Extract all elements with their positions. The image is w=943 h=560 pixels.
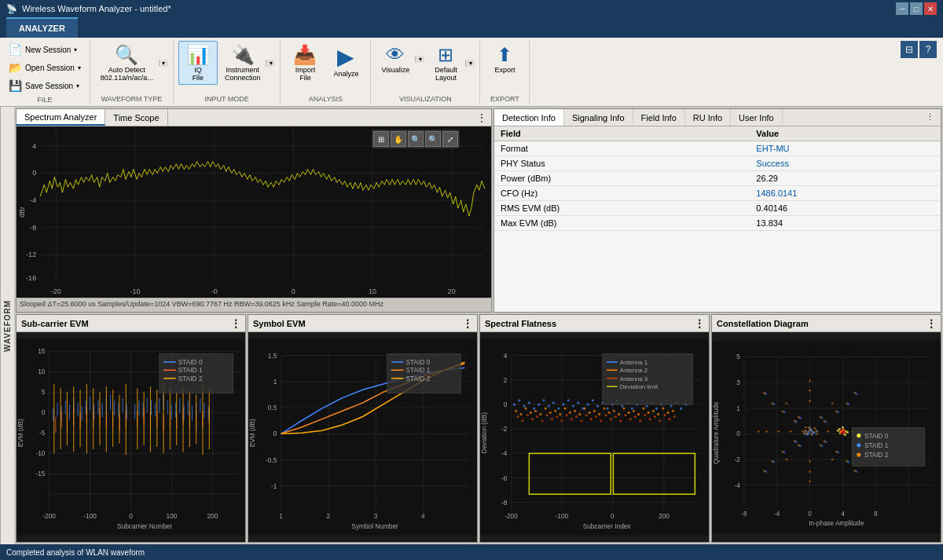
svg-point-284: [580, 419, 582, 422]
ru-info-tab[interactable]: RU Info: [685, 109, 731, 126]
zoom-in-button[interactable]: 🔍: [408, 131, 424, 147]
visualize-icon: 👁: [386, 44, 405, 66]
svg-text:-6: -6: [501, 474, 508, 482]
spectrum-panel-header: Spectrum Analyzer Time Scope ⋮: [17, 109, 491, 126]
export-button[interactable]: ⬆ Export: [485, 41, 524, 77]
svg-text:STAID 0: STAID 0: [406, 358, 431, 366]
default-layout-button[interactable]: ⊞ DefaultLayout: [426, 41, 465, 85]
value-cell: Success: [750, 156, 941, 171]
svg-point-273: [527, 414, 529, 416]
constellation-content: 5 3 1 0 -2 -4 -8 -4 0 4 8 In-ph: [712, 332, 941, 542]
spectral-flatness-panel: Spectral Flatness ⋮: [479, 314, 710, 543]
import-file-button[interactable]: 📥 ImportFile: [285, 41, 325, 85]
svg-point-356: [816, 433, 818, 434]
svg-point-246: [554, 410, 556, 412]
constellation-more[interactable]: ⋮: [926, 318, 936, 329]
subcarrier-evm-header: Sub-carrier EVM ⋮: [17, 315, 245, 332]
instrument-connection-button[interactable]: 🔌 InstrumentConnection: [219, 41, 266, 85]
spectrum-analyzer-tab[interactable]: Spectrum Analyzer: [17, 109, 105, 126]
time-scope-tab[interactable]: Time Scope: [105, 109, 167, 126]
analyze-icon: ▶: [337, 44, 354, 70]
svg-point-217: [587, 403, 589, 405]
spectral-flatness-more[interactable]: ⋮: [695, 318, 704, 329]
symbol-evm-content: 1.5 1 0.5 0 -0.5 -1 1 2 3 4 Symbol Numbe…: [248, 332, 477, 542]
instrument-dropdown[interactable]: ▾: [266, 60, 275, 67]
svg-point-251: [578, 413, 581, 415]
detection-info-tab[interactable]: Detection Info: [494, 109, 564, 126]
svg-point-262: [633, 410, 635, 412]
zoom-fit-button[interactable]: ⊞: [373, 131, 389, 147]
svg-text:STAID 0: STAID 0: [864, 433, 889, 440]
svg-text:-8: -8: [30, 224, 36, 232]
iq-file-icon: 📊: [186, 44, 210, 66]
svg-point-400: [805, 430, 807, 433]
svg-text:STAID 1: STAID 1: [178, 366, 203, 374]
save-session-icon: 💾: [9, 79, 22, 92]
status-bar: Completed analysis of WLAN waveform: [0, 544, 943, 560]
svg-text:5: 5: [42, 388, 46, 396]
layout-dropdown[interactable]: ▾: [465, 60, 475, 67]
svg-text:3: 3: [374, 512, 378, 520]
svg-text:STAID 2: STAID 2: [178, 375, 203, 382]
auto-detect-dropdown[interactable]: ▾: [159, 60, 168, 67]
table-row: FormatEHT-MU: [494, 141, 941, 156]
svg-point-374: [778, 430, 780, 432]
maximize-button[interactable]: □: [910, 2, 923, 15]
svg-point-444: [857, 452, 860, 456]
svg-text:-20: -20: [51, 287, 61, 295]
symbol-evm-header: Symbol EVM ⋮: [248, 315, 477, 332]
pan-button[interactable]: ✋: [391, 131, 406, 147]
signaling-info-tab[interactable]: Signaling Info: [564, 109, 633, 126]
field-info-tab[interactable]: Field Info: [633, 109, 685, 126]
svg-rect-439: [853, 427, 925, 466]
layout-toggle-button[interactable]: ⊟: [901, 41, 918, 58]
visualization-label: VISUALIZATION: [399, 95, 452, 103]
svg-point-418: [783, 451, 785, 453]
detection-more-button[interactable]: ⋮: [919, 111, 941, 124]
svg-point-209: [548, 404, 550, 407]
svg-point-215: [577, 401, 579, 404]
svg-point-245: [549, 412, 552, 414]
minimize-button[interactable]: ─: [896, 2, 908, 15]
svg-point-261: [628, 412, 630, 414]
svg-text:0: 0: [611, 512, 615, 520]
svg-point-288: [600, 419, 602, 422]
analyzer-tab[interactable]: ANALYZER: [6, 17, 78, 38]
open-session-button[interactable]: 📂 Open Session ▾: [5, 59, 85, 76]
svg-point-263: [637, 413, 640, 415]
auto-detect-button[interactable]: 🔍 Auto Detect802.11a/n/ac/a...: [95, 41, 159, 85]
svg-point-276: [541, 419, 543, 422]
subcarrier-evm-more[interactable]: ⋮: [231, 318, 240, 329]
zoom-out-button[interactable]: 🔍: [425, 131, 441, 147]
symbol-evm-more[interactable]: ⋮: [463, 318, 472, 329]
svg-point-420: [772, 403, 775, 405]
svg-point-211: [557, 408, 560, 410]
ribbon: 📄 New Session ▾ 📂 Open Session ▾ 💾 Save …: [0, 38, 943, 107]
svg-point-260: [622, 408, 625, 410]
svg-point-390: [758, 430, 759, 432]
svg-text:-10: -10: [35, 449, 45, 457]
close-button[interactable]: ✕: [924, 2, 937, 15]
svg-text:0: 0: [273, 430, 277, 437]
svg-text:-2: -2: [734, 456, 740, 463]
analyze-button[interactable]: ▶ Analyze: [326, 41, 365, 81]
svg-point-442: [857, 443, 860, 447]
svg-point-224: [621, 404, 623, 407]
expand-button[interactable]: ⤢: [442, 131, 458, 147]
user-info-tab[interactable]: User Info: [731, 109, 783, 126]
iq-file-button[interactable]: 📊 IQFile: [178, 41, 218, 85]
table-row: PHY StatusSuccess: [494, 156, 941, 171]
save-session-button[interactable]: 💾 Save Session ▾: [5, 77, 85, 94]
spectrum-panel-more[interactable]: ⋮: [472, 111, 491, 125]
visualize-dropdown[interactable]: ▾: [415, 56, 424, 63]
ribbon-tab-bar: ANALYZER: [0, 17, 943, 38]
svg-point-238: [515, 410, 517, 412]
export-icon: ⬆: [497, 44, 512, 66]
new-session-button[interactable]: 📄 New Session ▾: [5, 41, 85, 58]
svg-point-208: [543, 399, 545, 401]
help-button[interactable]: ?: [919, 41, 937, 58]
save-session-arrow: ▾: [76, 82, 79, 90]
svg-point-240: [525, 408, 527, 410]
svg-point-287: [595, 415, 597, 418]
visualize-button[interactable]: 👁 Visualize: [376, 41, 415, 77]
